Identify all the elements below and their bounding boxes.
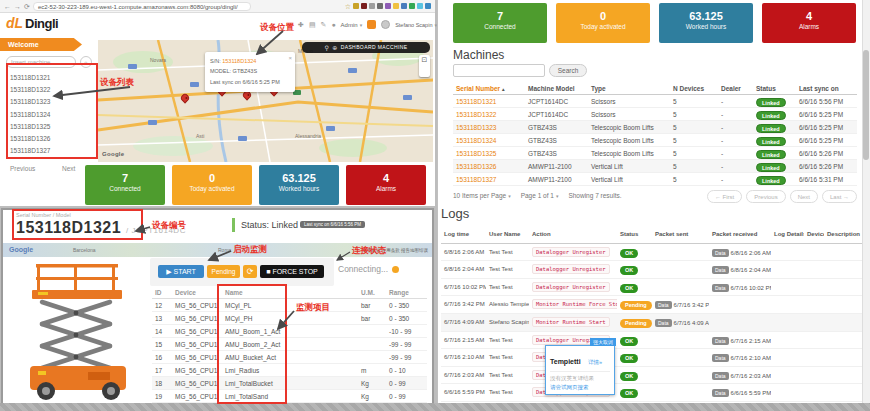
- user-menu[interactable]: Stefano Scapin: [395, 22, 437, 28]
- data-badge[interactable]: Data: [712, 284, 729, 292]
- machine-serial-link[interactable]: 153118D1327: [456, 176, 496, 183]
- machines-search-input[interactable]: [453, 64, 545, 77]
- map-zoom-control[interactable]: ⊡: [419, 55, 430, 77]
- forward-icon[interactable]: →: [14, 3, 21, 10]
- log-cell: 6/8/16 2:06 AM: [441, 244, 486, 261]
- machine-row[interactable]: 153118D1324GTBZ43STelescopic Boom Lifts5…: [453, 134, 857, 147]
- sort-up-icon: ▴: [502, 86, 505, 92]
- grid-icon[interactable]: ▤: [309, 21, 316, 28]
- machines-header-cell: Dealer: [718, 82, 753, 94]
- force-stop-button[interactable]: ■ FORCE STOP: [260, 265, 324, 278]
- monitor-row[interactable]: 17MG_56_CPU1Lmi_Radiusm0 - 10: [152, 364, 427, 377]
- avatar[interactable]: [381, 20, 390, 29]
- data-badge[interactable]: Data: [655, 301, 672, 309]
- data-badge[interactable]: Data: [712, 372, 729, 380]
- extension-icon[interactable]: [377, 3, 383, 9]
- scrollbar-thumb[interactable]: [863, 50, 869, 160]
- machine-cell: 5: [670, 173, 718, 185]
- items-per-page-select[interactable]: 10 Items per Page: [453, 192, 511, 199]
- machine-serial-link[interactable]: 153118D1324: [456, 137, 496, 144]
- machines-search-button[interactable]: Search: [549, 64, 587, 77]
- data-badge[interactable]: Data: [712, 266, 729, 274]
- log-status-badge: OK: [620, 372, 638, 381]
- admin-menu[interactable]: Admin: [341, 22, 363, 28]
- previous-page-button[interactable]: Previous: [746, 190, 785, 203]
- next-page-button[interactable]: Next: [790, 190, 818, 203]
- extension-icon[interactable]: [385, 3, 391, 9]
- log-cell: [804, 349, 824, 366]
- data-badge[interactable]: Data: [712, 354, 729, 362]
- machine-serial-link[interactable]: 153118D1321: [456, 98, 496, 105]
- sidebar-serial-item[interactable]: 153118D1321: [10, 72, 90, 84]
- sidebar-serial-item[interactable]: 153118D1322: [10, 84, 90, 96]
- machine-row[interactable]: 153118D1325GTBZ43STelescopic Boom Lifts5…: [453, 147, 857, 160]
- machine-cell: Scissors: [588, 108, 670, 120]
- machine-cell: Telescopic Boom Lifts: [588, 134, 670, 146]
- machine-search-input[interactable]: [6, 56, 76, 68]
- pagination-info: 10 Items per Page Page 1 of 1 Showing 7 …: [453, 192, 622, 199]
- logs-header-cell: Log Details: [771, 226, 804, 243]
- machine-row[interactable]: 153118D1327AMWP11-2100Vertical Lift5-Lin…: [453, 173, 857, 186]
- machine-serial-link[interactable]: 153118D1323: [456, 124, 496, 131]
- url-bar[interactable]: ec2-52-30-223-189.eu-west-1.compute.amaz…: [33, 2, 251, 11]
- scissor-lift-image: [8, 258, 146, 405]
- extension-icon[interactable]: [361, 3, 367, 9]
- sidebar-serial-item[interactable]: 153118D1323: [10, 96, 90, 108]
- page-select[interactable]: Page 1 of 1: [521, 192, 559, 199]
- last-page-button[interactable]: Last →: [822, 190, 857, 203]
- extension-icon[interactable]: [369, 3, 375, 9]
- packet-time: 6/8/16 2:06 AM: [731, 250, 771, 256]
- data-badge[interactable]: Data: [712, 389, 729, 397]
- popup-sn-value[interactable]: 153118D1324: [222, 58, 256, 64]
- data-badge[interactable]: Data: [712, 337, 729, 345]
- first-page-button[interactable]: ← First: [707, 190, 742, 203]
- extension-icon[interactable]: [425, 3, 431, 9]
- machine-row[interactable]: 153118D1326AMWP11-2100Vertical Lift5-Lin…: [453, 160, 857, 173]
- extension-icon[interactable]: [393, 3, 399, 9]
- sidebar-serial-item[interactable]: 153118D1324: [10, 109, 90, 121]
- sidebar-previous-link[interactable]: Previous: [10, 165, 35, 172]
- monitor-row[interactable]: 19MG_56_CPU1Lmi_TotalSandKg0 - 99: [152, 390, 427, 403]
- extension-icon[interactable]: [353, 3, 359, 9]
- monitor-row[interactable]: 15MG_56_CPU1AMU_Boom_2_Act-99 - 99: [152, 338, 427, 351]
- machine-serial-link[interactable]: 153118D1325: [456, 150, 496, 157]
- edit-icon[interactable]: ✎: [321, 21, 327, 28]
- bookmark-star-icon[interactable]: ☆: [345, 3, 351, 10]
- data-badge[interactable]: Data: [712, 249, 729, 257]
- notification-badge[interactable]: [367, 20, 376, 29]
- sidebar-serial-item[interactable]: 153118D1327: [10, 145, 90, 157]
- sidebar-next-link[interactable]: Next: [62, 165, 75, 172]
- sidebar-serial-item[interactable]: 153118D1326: [10, 133, 90, 145]
- close-icon[interactable]: ×: [288, 53, 292, 64]
- stat-label: Worked hours: [259, 185, 339, 192]
- monitor-row[interactable]: 18MG_56_CPU1Lmi_TotalBucketKg0 - 99: [152, 377, 427, 390]
- machine-row[interactable]: 153118D1323GTBZ43STelescopic Boom Lifts5…: [453, 121, 857, 134]
- machines-header-label[interactable]: Serial Number: [456, 85, 500, 92]
- back-icon[interactable]: ←: [4, 3, 11, 10]
- dashboard-machines-toolbar[interactable]: ⚲ ⊕ DASHBOARD MACCHINE: [302, 42, 430, 53]
- machines-header-cell: Serial Number▴: [453, 82, 525, 94]
- machines-header-label: Last sync on: [799, 85, 839, 92]
- popup-web-search-link[interactable]: 请尝试网页搜索: [550, 384, 610, 391]
- reload-icon[interactable]: ⟳: [24, 3, 30, 10]
- monitor-row[interactable]: 12MG_56_CPU1MCyl_PLbar0 - 350: [152, 299, 427, 312]
- machine-serial-link[interactable]: 153118D1326: [456, 163, 496, 170]
- machine-serial-link[interactable]: 153118D1322: [456, 111, 496, 118]
- monitor-row[interactable]: 13MG_56_CPU1MCyl_PHbar0 - 350: [152, 312, 427, 325]
- data-badge[interactable]: Data: [655, 319, 672, 327]
- popup-tag: 强大取词: [590, 338, 616, 346]
- extension-icon[interactable]: [401, 3, 407, 9]
- monitor-row[interactable]: 16MG_56_CPU1AMU_Bucket_Act-99 - 99: [152, 351, 427, 364]
- extension-icon[interactable]: [417, 3, 423, 9]
- machine-row[interactable]: 153118D1321JCPT1614DCScissors5-Linked6/6…: [453, 95, 857, 108]
- refresh-button[interactable]: ⟳: [243, 265, 257, 278]
- sidebar-serial-item[interactable]: 153118D1325: [10, 121, 90, 133]
- extension-icon[interactable]: [409, 3, 415, 9]
- search-icon[interactable]: ⌕: [80, 56, 92, 68]
- machines-table-header: Serial Number▴Machine ModelTypeN Devices…: [453, 82, 857, 95]
- popup-details-link[interactable]: 详情»: [588, 359, 602, 365]
- monitor-row[interactable]: 14MG_56_CPU1AMU_Boom_1_Act-10 - 99: [152, 325, 427, 338]
- add-icon[interactable]: ✚: [298, 21, 304, 28]
- machine-row[interactable]: 153118D1322JCPT1614DCScissors5-Linked6/6…: [453, 108, 857, 121]
- start-button[interactable]: ▶ START: [158, 265, 204, 278]
